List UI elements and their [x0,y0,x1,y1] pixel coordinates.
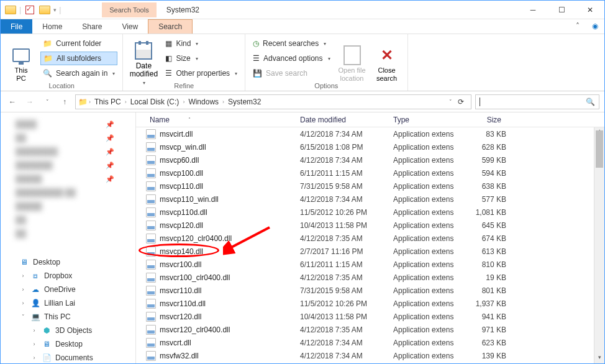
tab-share[interactable]: Share [72,19,112,34]
file-row[interactable]: msvcrt.dll4/12/2018 7:34 AMApplication e… [136,336,604,349]
help-icon[interactable]: ◉ [586,19,604,34]
file-name: msvfw32.dll [160,352,199,360]
column-type[interactable]: Type [388,116,463,124]
quick-access-item[interactable]: ██📌 [1,131,135,145]
file-size: 1,937 KB [463,299,506,308]
file-name: msvcr120.dll [160,312,201,321]
quick-access-item[interactable]: ██ [1,227,135,240]
qat-dropdown-icon[interactable]: ▾ [53,7,57,13]
search-again-button[interactable]: 🔍 Search again in ▾ [40,66,117,80]
properties-icon: ☰ [165,69,172,78]
file-row[interactable]: msvcp100.dll6/11/2011 1:15 AMApplication… [136,166,604,180]
scroll-down-icon[interactable]: ▾ [594,354,604,364]
column-name[interactable]: Name˄ [136,116,295,124]
file-row[interactable]: msvcp110_win.dll4/12/2018 7:34 AMApplica… [136,193,604,206]
file-row[interactable]: msvcr110.dll7/31/2015 9:58 AMApplication… [136,284,604,297]
ribbon-collapse-icon[interactable]: ˄ [570,19,586,34]
file-row[interactable]: msvcr110d.dll11/5/2012 10:26 PMApplicati… [136,297,604,310]
dll-file-icon [146,286,156,296]
file-type: Application extens [388,339,463,347]
file-name: msvcp60.dll [160,156,199,165]
tree-item-desktop[interactable]: 🖥Desktop [1,255,135,269]
quick-access-item[interactable]: ███████📌 [1,158,135,172]
chevron-down-icon[interactable]: ˅ [449,99,452,105]
file-row[interactable]: msvcp110.dll7/31/2015 9:58 AMApplication… [136,180,604,193]
breadcrumb-segment[interactable]: Windows [186,98,221,106]
file-row[interactable]: msvfw32.dll4/12/2018 7:34 AMApplication … [136,349,604,362]
dll-file-icon [146,247,156,257]
folder-icon[interactable] [39,4,51,16]
folder-icon: 📁 [43,39,52,48]
quick-access-item[interactable]: █████ [1,199,135,213]
size-button[interactable]: ◧ Size▾ [163,52,240,65]
file-type: Application extens [388,234,463,243]
tree-item-documents[interactable]: ›📄Documents [1,351,135,364]
navigation-pane[interactable]: ████📌 ██📌 ████████📌 ███████📌 █████📌 ████… [1,112,136,364]
back-button[interactable]: ← [6,95,19,109]
file-row[interactable]: msvcp_win.dll6/15/2018 1:08 PMApplicatio… [136,140,604,153]
quick-access-item[interactable]: ████████📌 [1,145,135,158]
quick-access-item[interactable]: █████📌 [1,172,135,186]
file-name: msvcp120_clr0400.dll [160,234,232,243]
file-row[interactable]: msvcr120_clr0400.dll4/12/2018 7:35 AMApp… [136,323,604,336]
file-size: 971 KB [463,325,506,334]
file-row[interactable]: msvcp120.dll10/4/2013 11:58 PMApplicatio… [136,219,604,232]
up-button[interactable]: ↑ [58,95,71,109]
file-size: 613 KB [463,247,506,256]
current-folder-button[interactable]: 📁 Current folder [40,37,117,50]
search-tools-contextual-tab[interactable]: Search Tools [102,2,156,17]
quick-access-item[interactable]: █████████ ██ [1,186,135,199]
tree-item-user[interactable]: ›👤Lillian Lai [1,296,135,310]
file-row[interactable]: msvcp110d.dll11/5/2012 10:26 PMApplicati… [136,206,604,219]
close-button[interactable]: ✕ [576,1,604,19]
file-row[interactable]: msvcp120_clr0400.dll4/12/2018 7:35 AMApp… [136,232,604,245]
file-type: Application extens [388,352,463,360]
search-input[interactable]: 🔍 [475,94,599,109]
tree-item-thispc[interactable]: ˅💻This PC [1,310,135,324]
tree-item-onedrive[interactable]: ›☁OneDrive [1,283,135,296]
recent-locations-icon[interactable]: ˅ [40,95,54,109]
refresh-icon[interactable]: ⟳ [453,98,468,106]
tree-item-dropbox[interactable]: ›⧈Dropbox [1,269,135,283]
tab-view[interactable]: View [112,19,148,34]
desktop-icon: 🖥 [42,339,52,349]
tree-item-3dobjects[interactable]: ›⬢3D Objects [1,324,135,337]
breadcrumb-segment[interactable]: This PC [92,98,124,106]
all-subfolders-button[interactable]: 📁 All subfolders [40,52,117,65]
file-name: msvcp_win.dll [160,143,206,152]
kind-button[interactable]: ▦ Kind▾ [163,37,240,50]
scrollbar[interactable]: ▴ ▾ [594,127,604,364]
file-row[interactable]: msvcr100_clr0400.dll4/12/2018 7:35 AMApp… [136,271,604,284]
other-properties-button[interactable]: ☰ Other properties▾ [163,66,240,80]
file-row[interactable]: msvcirt.dll4/12/2018 7:34 AMApplication … [136,127,604,140]
file-row[interactable]: msvcp60.dll4/12/2018 7:34 AMApplication … [136,153,604,166]
properties-checkbox-icon[interactable] [24,4,36,16]
tab-search[interactable]: Search [148,19,193,34]
breadcrumb[interactable]: 📁 › This PC› Local Disk (C:)› Windows› S… [75,94,471,109]
dll-file-icon [146,129,156,139]
dll-file-icon [146,299,156,309]
column-date[interactable]: Date modified [295,116,388,124]
tree-item-desktop2[interactable]: ›🖥Desktop [1,337,135,351]
tab-file[interactable]: File [1,19,32,34]
ribbon-tabs: File Home Share View Search ˄ ◉ [1,19,604,34]
maximize-button[interactable]: ☐ [547,1,576,19]
breadcrumb-segment[interactable]: System32 [225,98,263,106]
breadcrumb-segment[interactable]: Local Disk (C:) [128,98,182,106]
dll-file-icon [146,351,156,361]
tab-home[interactable]: Home [32,19,72,34]
folder-icon[interactable] [4,4,17,16]
advanced-options-button[interactable]: ☰ Advanced options▾ [250,52,332,65]
file-date: 6/11/2011 1:15 AM [295,169,388,178]
quick-access-item[interactable]: ██ [1,213,135,227]
minimize-button[interactable]: ─ [519,1,547,19]
column-headers[interactable]: Name˄ Date modified Type Size [136,112,604,127]
scroll-thumb[interactable] [596,130,603,168]
file-row[interactable]: msvcr100.dll6/11/2011 1:15 AMApplication… [136,258,604,271]
file-row[interactable]: msvcr120.dll10/4/2013 11:58 PMApplicatio… [136,310,604,323]
recent-searches-button[interactable]: ◷ Recent searches▾ [250,37,332,50]
quick-access-item[interactable]: ████📌 [1,117,135,131]
file-row[interactable]: msvcp140.dll2/7/2017 11:16 PMApplication… [136,245,604,258]
column-size[interactable]: Size [463,116,506,124]
thispc-icon: 💻 [30,312,40,322]
